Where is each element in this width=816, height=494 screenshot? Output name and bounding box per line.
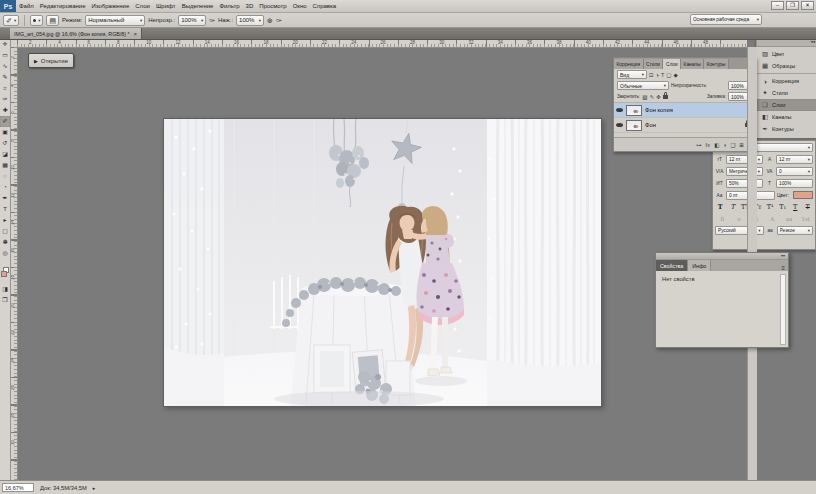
menu-item-8[interactable]: Просмотр (256, 0, 289, 12)
lock-option-icon-1[interactable]: ✎ (649, 94, 654, 100)
flow-select[interactable]: 100% ▾ (236, 15, 264, 26)
menu-item-4[interactable]: Шрифт (153, 0, 179, 12)
dock-item-channels[interactable]: ◧Каналы (757, 111, 816, 123)
blend-mode-select[interactable]: Нормальный ▾ (85, 15, 145, 26)
menu-item-3[interactable]: Слои (132, 0, 153, 12)
menu-item-6[interactable]: Фильтр (216, 0, 242, 12)
layers-group-tab-2[interactable]: Слои (663, 59, 681, 69)
lock-option-icon-2[interactable]: ✜ (656, 94, 661, 100)
tool-gradient[interactable]: ▦ (0, 160, 10, 171)
layers-group-tab-4[interactable]: Контуры (704, 59, 729, 69)
opentype-button-0[interactable]: fi (715, 216, 730, 222)
airbrush-icon[interactable]: ⊛ (267, 15, 273, 26)
layer-filter-select[interactable]: Вид ▾ (617, 70, 647, 79)
visibility-eye-icon[interactable] (616, 122, 623, 129)
tool-lasso[interactable]: ∿ (0, 61, 10, 72)
menu-item-1[interactable]: Редактирование (37, 0, 89, 12)
tool-brush[interactable]: ✐ (0, 116, 10, 127)
layer-thumbnail[interactable] (626, 120, 642, 131)
opentype-button-3[interactable]: A (765, 216, 780, 222)
dock-item-swatches[interactable]: ▦Образцы (757, 60, 816, 72)
tool-clone-stamp[interactable]: ▣ (0, 127, 10, 138)
menu-item-7[interactable]: 3D (243, 0, 257, 12)
layer-blend-mode-select[interactable]: Обычные ▾ (617, 81, 669, 90)
tool-spot-healing[interactable]: ✚ (0, 105, 10, 116)
collapse-dock-button[interactable]: ◂◂ (757, 39, 816, 47)
quick-mask-icon[interactable]: ◨ (0, 285, 10, 292)
type-style-button-5[interactable]: Т₁ (778, 202, 789, 213)
properties-panel-titlebar[interactable]: ▾▾ (656, 253, 788, 260)
tracking-select[interactable]: 0 ▾ (776, 167, 813, 176)
tool-history-brush[interactable]: ↺ (0, 138, 10, 149)
toggle-brush-panel-button[interactable]: ▤ (46, 15, 59, 26)
tool-blur[interactable]: ◌ (0, 171, 10, 182)
open-action-button[interactable]: ▶ Открытие (28, 53, 74, 68)
menu-item-9[interactable]: Окно (290, 0, 310, 12)
type-style-button-4[interactable]: Т¹ (765, 202, 776, 213)
type-style-button-0[interactable]: Т (715, 202, 726, 213)
minimize-button[interactable]: – (771, 1, 784, 10)
antialias-select[interactable]: Резкое ▾ (777, 226, 813, 235)
tool-dodge[interactable]: ◔ (0, 182, 10, 193)
opentype-button-4[interactable]: aa (782, 216, 797, 222)
maximize-button[interactable]: ❐ (786, 1, 799, 10)
opentype-button-1[interactable]: o (732, 216, 747, 222)
menu-item-2[interactable]: Изображение (88, 0, 132, 12)
visibility-eye-icon[interactable] (616, 107, 623, 114)
layers-group-tab-3[interactable]: Каналы (681, 59, 704, 69)
dock-item-color[interactable]: ▨Цвет (757, 48, 816, 60)
tool-eraser[interactable]: ◪ (0, 149, 10, 160)
status-arrow-icon[interactable]: ▸ (93, 485, 96, 491)
type-style-button-7[interactable]: Т (803, 202, 814, 213)
properties-tab-1[interactable]: Инфо (688, 260, 711, 271)
properties-scrollbar[interactable] (780, 274, 786, 345)
link-layers-icon[interactable]: ⊶ (696, 142, 702, 148)
layer-mask-icon[interactable]: ◧ (714, 142, 719, 148)
font-size-select[interactable]: 12 пт ▾ (726, 155, 763, 164)
layer-filter-icon-3[interactable]: ▢ (666, 72, 671, 78)
leading-select[interactable]: 12 пт ▾ (776, 155, 813, 164)
opentype-button-5[interactable]: 1st (798, 216, 813, 222)
tool-pen[interactable]: ✒ (0, 193, 10, 204)
tool-zoom[interactable]: ◎ (0, 248, 10, 259)
text-color-swatch[interactable] (793, 191, 813, 199)
dock-item-styles[interactable]: ✦Стили (757, 87, 816, 99)
close-document-icon[interactable]: × (134, 31, 138, 37)
vertical-scale-field[interactable]: 50% (726, 179, 763, 188)
pressure-size-icon[interactable]: ✑ (276, 15, 282, 26)
dock-item-adjustments[interactable]: ◑Коррекция (757, 75, 816, 87)
tool-eyedropper[interactable]: ✑ (0, 94, 10, 105)
layer-filter-icon-4[interactable]: ◆ (674, 72, 678, 78)
tool-crop[interactable]: ⌗ (0, 83, 10, 94)
type-style-button-6[interactable]: Т (790, 202, 801, 213)
kerning-select[interactable]: Метрический ▾ (726, 167, 763, 176)
tool-quick-selection[interactable]: ✎ (0, 72, 10, 83)
pressure-opacity-icon[interactable]: ✑ (209, 15, 215, 26)
document-tab[interactable]: IMG_art_054.jpg @ 16,6% (Фон копия, RGB/… (10, 28, 142, 39)
menu-item-5[interactable]: Выделение (179, 0, 217, 12)
menu-item-10[interactable]: Справка (310, 0, 340, 12)
properties-tab-0[interactable]: Свойства (656, 260, 688, 271)
brush-size-picker[interactable]: ▾ (30, 15, 43, 26)
dock-item-paths[interactable]: ✒Контуры (757, 123, 816, 135)
tool-type[interactable]: T (0, 204, 10, 215)
layers-group-tab-1[interactable]: Стили (644, 59, 664, 69)
layer-thumbnail[interactable] (626, 105, 642, 116)
layer-row-0[interactable]: Фон копия (614, 103, 756, 118)
tool-rectangular-marquee[interactable]: ▭ (0, 50, 10, 61)
new-layer-icon[interactable]: ⊞ (739, 142, 744, 148)
tool-preset-picker[interactable]: ✐ ▾ (3, 15, 19, 26)
layer-filter-icon-1[interactable]: ◑ (656, 72, 659, 78)
menu-item-0[interactable]: Файл (16, 0, 37, 12)
layers-group-tab-0[interactable]: Коррекция (614, 59, 644, 69)
layer-filter-icon-2[interactable]: T (661, 72, 664, 78)
layer-group-icon[interactable]: ❑ (730, 142, 735, 148)
layer-row-1[interactable]: Фон (614, 118, 756, 133)
tool-shape[interactable]: ▢ (0, 226, 10, 237)
layer-filter-icon-0[interactable]: ⊡ (649, 72, 654, 78)
layer-style-icon[interactable]: fx (706, 142, 710, 148)
workspace-switcher[interactable]: Основная рабочая среда ▾ (690, 14, 762, 25)
type-style-button-1[interactable]: Т (728, 202, 739, 213)
opacity-select[interactable]: 100% ▾ (178, 15, 206, 26)
dock-item-layers[interactable]: ❏Слои (757, 99, 816, 111)
